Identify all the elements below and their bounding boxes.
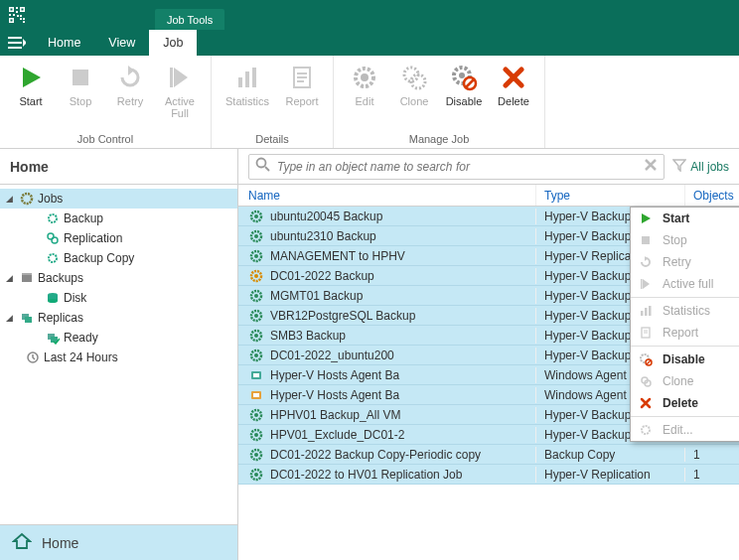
svg-rect-40 — [22, 275, 32, 282]
search-input[interactable] — [277, 160, 638, 174]
search-input-wrapper[interactable] — [248, 154, 665, 180]
ctx-statistics[interactable]: Statistics — [631, 300, 739, 322]
svg-rect-10 — [20, 15, 22, 17]
job-name: Hyper-V Hosts Agent Ba — [270, 368, 399, 382]
svg-rect-13 — [22, 9, 24, 11]
svg-rect-3 — [16, 7, 18, 9]
delete-icon — [637, 395, 655, 411]
tree-node-backups[interactable]: ◢Backups — [0, 268, 237, 288]
stop-button[interactable]: Stop — [58, 60, 103, 107]
filter-all-jobs[interactable]: All jobs — [672, 158, 729, 175]
ribbon-group-job-control: Start Stop Retry Active Full Job Control — [0, 56, 212, 148]
svg-point-65 — [254, 334, 258, 338]
table-row[interactable]: DC01-2022 Backup Copy-Periodic copyBacku… — [238, 445, 739, 465]
ctx-disable[interactable]: Disable — [631, 349, 739, 370]
stop-icon — [637, 232, 655, 248]
header-name[interactable]: Name — [238, 185, 536, 206]
tree-node-last24[interactable]: Last 24 Hours — [0, 348, 237, 367]
delete-button[interactable]: Delete — [491, 60, 536, 107]
job-icon — [248, 387, 264, 403]
svg-point-50 — [257, 159, 266, 168]
delete-icon — [498, 62, 529, 93]
ctx-delete[interactable]: Delete — [631, 392, 739, 414]
ribbon-group-details: Statistics Report Details — [212, 56, 334, 148]
svg-point-67 — [254, 353, 258, 357]
clear-icon[interactable] — [644, 158, 658, 175]
job-name: Hyper-V Hosts Agent Ba — [270, 388, 399, 402]
nav-home-button[interactable]: Home — [0, 524, 237, 560]
grid-header: Name Type Objects — [238, 185, 739, 207]
job-name: DC01-2022 to HV01 Replication Job — [270, 468, 462, 482]
menu-home[interactable]: Home — [34, 30, 94, 56]
app-menu-button[interactable] — [0, 30, 34, 56]
retry-icon — [114, 62, 146, 93]
svg-point-53 — [254, 214, 258, 218]
tree-node-replication[interactable]: Replication — [0, 228, 237, 248]
svg-point-32 — [459, 72, 465, 78]
ctx-start[interactable]: Start — [631, 208, 739, 229]
jobs-grid: Name Type Objects ubuntu20045 BackupHype… — [238, 185, 739, 560]
funnel-icon — [672, 158, 686, 175]
active-full-button[interactable]: Active Full — [157, 60, 203, 119]
svg-point-79 — [254, 473, 258, 477]
job-name: HPHV01 Backup_All VM — [270, 408, 400, 422]
collapse-icon: ◢ — [6, 194, 18, 204]
report-button[interactable]: Report — [279, 60, 325, 107]
job-icon — [248, 248, 264, 264]
tree-node-backup-copy[interactable]: Backup Copy — [0, 248, 237, 268]
sidebar-title: Home — [0, 149, 237, 185]
gear-disable-icon — [448, 62, 480, 93]
svg-rect-22 — [252, 68, 256, 87]
tools-tab[interactable]: Job Tools — [155, 9, 224, 30]
menubar: Home View Job — [0, 30, 739, 56]
retry-button[interactable]: Retry — [107, 60, 153, 107]
job-icon — [248, 447, 264, 463]
tree-node-backup[interactable]: Backup — [0, 209, 237, 228]
svg-rect-8 — [20, 18, 22, 20]
header-type[interactable]: Type — [536, 185, 685, 206]
svg-rect-5 — [9, 14, 11, 16]
active-full-icon — [637, 276, 655, 292]
menu-job[interactable]: Job — [149, 30, 197, 56]
ctx-retry[interactable]: Retry — [631, 251, 739, 273]
ctx-active-full[interactable]: Active full — [631, 273, 739, 295]
table-row[interactable]: DC01-2022 to HV01 Replication JobHyper-V… — [238, 465, 739, 485]
job-objects: 1 — [685, 448, 739, 462]
svg-rect-80 — [642, 236, 650, 244]
tree-node-disk[interactable]: Disk — [0, 288, 237, 308]
job-name: SMB3 Backup — [270, 329, 346, 343]
report-icon — [286, 62, 318, 93]
collapse-icon: ◢ — [6, 313, 18, 323]
tree-node-jobs[interactable]: ◢ Jobs — [0, 189, 237, 209]
menu-view[interactable]: View — [94, 30, 149, 56]
job-objects: 1 — [685, 468, 739, 482]
start-button[interactable]: Start — [8, 60, 54, 107]
group-label-details: Details — [255, 131, 289, 148]
statistics-button[interactable]: Statistics — [220, 60, 275, 107]
ctx-edit[interactable]: Edit... — [631, 419, 739, 441]
edit-button[interactable]: Edit — [342, 60, 387, 107]
job-name: HPV01_Exclude_DC01-2 — [270, 428, 404, 442]
tree-node-replicas[interactable]: ◢Replicas — [0, 308, 237, 328]
disable-button[interactable]: Disable — [441, 60, 487, 107]
svg-point-73 — [254, 413, 258, 417]
context-menu: Start Stop Retry Active full Statistics … — [630, 207, 739, 442]
ctx-stop[interactable]: Stop — [631, 229, 739, 251]
tree-node-ready[interactable]: Ready — [0, 328, 237, 348]
content: Home ◢ Jobs Backup Replication Backup Co… — [0, 149, 739, 560]
svg-rect-6 — [13, 14, 15, 16]
svg-rect-11 — [23, 18, 25, 20]
clone-button[interactable]: Clone — [391, 60, 437, 107]
job-type: Backup Copy — [536, 448, 685, 462]
svg-rect-14 — [11, 20, 13, 22]
ctx-report[interactable]: Report — [631, 322, 739, 344]
svg-rect-82 — [641, 311, 644, 316]
svg-point-38 — [52, 237, 58, 243]
header-objects[interactable]: Objects — [685, 185, 739, 206]
statistics-icon — [231, 62, 263, 93]
svg-rect-18 — [73, 70, 88, 85]
ctx-clone[interactable]: Clone — [631, 370, 739, 392]
job-name: DC01-2022 Backup Copy-Periodic copy — [270, 448, 481, 462]
active-full-icon — [164, 62, 196, 93]
home-icon — [12, 531, 32, 554]
